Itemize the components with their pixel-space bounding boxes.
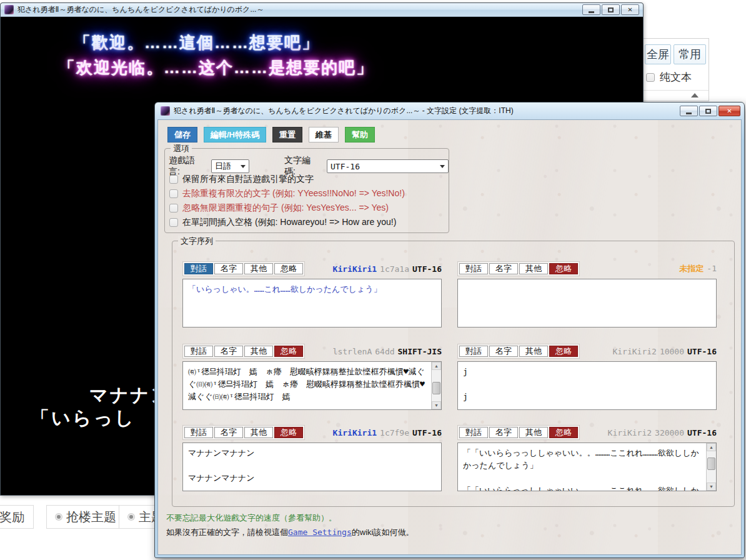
thread-source: KiriKiri1: [333, 428, 377, 438]
minimize-button[interactable]: [582, 4, 600, 15]
text-encoding-value: UTF-16: [331, 162, 436, 171]
keep-engine-text-checkbox[interactable]: [169, 175, 178, 184]
thread-source: 未指定: [679, 264, 704, 273]
game-language-select[interactable]: 日語: [211, 159, 249, 173]
ignore-looped-sentences-checkbox[interactable]: [169, 204, 178, 212]
plain-text-checkbox[interactable]: [646, 73, 655, 82]
thread-textarea[interactable]: 「いらっしゃい。……これ……欲しかったんでしょう」: [182, 279, 442, 328]
thread-encoding: UTF-16: [687, 428, 717, 438]
text-encoding-select[interactable]: UTF-16: [327, 159, 449, 173]
thread-panel-unassigned: 對話名字其他忽略未指定-1: [457, 261, 717, 328]
options-group: 選項 遊戲語言: 日語 文字編碼: UTF-16 保留所有來自對話遊戲引擎的: [164, 148, 449, 233]
tab-dialogue[interactable]: 對話: [459, 427, 488, 438]
option-ignore-looped-sentences: 忽略無限迴圈重複的句子 (例如: YesYesYes... => Yes): [169, 202, 389, 214]
tab-ignore[interactable]: 忽略: [274, 427, 303, 438]
divider: [644, 90, 709, 91]
tab-other[interactable]: 其他: [244, 263, 273, 274]
game-titlebar[interactable]: 犯され勇者Ⅱ～勇者なのに、ちんちんをピクピクされてばかりのボク...～ ✕: [1, 3, 643, 17]
close-button[interactable]: ✕: [719, 106, 740, 116]
thread-text: [458, 279, 716, 327]
settings-window-title: 犯され勇者Ⅱ～勇者なのに、ちんちんをピクピクされてばかりのボク...～ - 文字…: [174, 106, 676, 116]
chevron-down-icon: [241, 165, 246, 168]
page-button-reward[interactable]: 奖励: [0, 505, 34, 529]
game-settings-link[interactable]: Game Settings: [288, 528, 352, 537]
edit-hcode-button[interactable]: 編輯/H特殊碼: [204, 127, 266, 142]
thread-textarea[interactable]: ㈲ᵎ㣰ᄆᆖ抖琩灯 嫣 ㇹ㿃 慰畷畡桴㚌稱整扯歆悭框乔楓慣♥減ぐぐ㈰㈲ᵎ㣰ᄆᆖ抖琩…: [182, 361, 442, 410]
floor-topic-label: 抢楼主题: [66, 509, 116, 526]
scrollbar[interactable]: ▲▼: [431, 362, 441, 409]
save-button[interactable]: 儲存: [167, 127, 197, 142]
tab-other[interactable]: 其他: [519, 263, 548, 274]
thread-textarea[interactable]: マナナンマナナン マナナンマナナン: [182, 442, 442, 491]
game-icon: [4, 5, 14, 14]
tab-dialogue[interactable]: 對話: [459, 346, 488, 357]
scroll-up-icon[interactable]: ▲: [432, 362, 441, 370]
tab-dialogue[interactable]: 對話: [184, 346, 213, 357]
thread-header: lstrlenA64ddSHIFT-JIS: [330, 347, 442, 356]
tab-other[interactable]: 其他: [244, 346, 273, 357]
tab-name[interactable]: 名字: [214, 427, 243, 438]
thread-encoding: UTF-16: [687, 347, 717, 356]
tab-dialogue[interactable]: 對話: [184, 263, 213, 274]
game-dialogue-translated-tc: 「歡迎。……這個……想要吧」: [74, 32, 319, 54]
maximize-button[interactable]: [699, 106, 717, 116]
game-icon: [161, 106, 170, 116]
chevron-down-icon: [440, 165, 445, 168]
scroll-thumb[interactable]: [707, 458, 715, 470]
thread-encoding: UTF-16: [412, 264, 442, 274]
scroll-down-icon[interactable]: ▼: [707, 482, 716, 491]
tab-name[interactable]: 名字: [489, 263, 518, 274]
speed-tip: 不要忘記最大化遊戲文字的速度（參看幫助）。: [166, 512, 337, 524]
thread-encoding: SHIFT-JIS: [398, 347, 442, 356]
tab-other[interactable]: 其他: [519, 346, 548, 357]
thread-textarea[interactable]: j j: [457, 361, 717, 410]
help-button[interactable]: 幫助: [345, 127, 375, 142]
common-button[interactable]: 常用: [674, 44, 706, 64]
scroll-thumb[interactable]: [432, 382, 440, 394]
remove-repeated-chars-checkbox[interactable]: [169, 189, 178, 198]
thread-address: 1c7a1a: [380, 264, 409, 274]
tab-dialogue[interactable]: 對話: [459, 263, 488, 274]
settings-client: 儲存編輯/H特殊碼重置維基幫助 選項 遊戲語言: 日語 文字編碼: UTF-16: [157, 119, 742, 555]
thread-tab-strip: 對話名字其他忽略: [457, 344, 580, 359]
thread-panel-kirikiri2-320000: 對話名字其他忽略KiriKiri2320000UTF-16「「いいららっっししゃ…: [457, 425, 717, 491]
wiki-button[interactable]: 維基: [309, 127, 339, 142]
plain-text-label: 纯文本: [660, 70, 692, 84]
thread-encoding: UTF-16: [412, 428, 442, 438]
tab-ignore[interactable]: 忽略: [274, 263, 303, 274]
thread-panel-kirikiri1-dialogue: 對話名字其他忽略KiriKiri11c7a1aUTF-16「いらっしゃい。……こ…: [182, 261, 442, 328]
thread-textarea[interactable]: 「「いいららっっししゃゃいい。。………ここれれ………欲欲ししかかったんでしょう」…: [457, 442, 717, 491]
tab-name[interactable]: 名字: [214, 346, 243, 357]
thread-panel-kirikiri1-ignore: 對話名字其他忽略KiriKiri11c7f9eUTF-16マナナンマナナン マナ…: [182, 425, 442, 491]
tab-name[interactable]: 名字: [489, 427, 518, 438]
tab-name[interactable]: 名字: [489, 346, 518, 357]
tab-ignore[interactable]: 忽略: [549, 427, 578, 438]
thread-text: 「いらっしゃい。……これ……欲しかったんでしょう」: [183, 279, 441, 327]
desktop: 奖励 抢楼主题 主题 全屏 常用 纯文本 犯され勇者Ⅱ～勇者なのに、ちんちんをピ…: [0, 0, 746, 560]
option-keep-all-engine-text: 保留所有來自對話遊戲引擎的文字: [169, 174, 314, 185]
insert-spaces-checkbox[interactable]: [169, 218, 178, 227]
tab-ignore[interactable]: 忽略: [549, 263, 578, 274]
thread-textarea[interactable]: [457, 279, 717, 328]
tab-other[interactable]: 其他: [244, 427, 273, 438]
game-dialogue-original: 「いらっし: [31, 406, 136, 431]
scrollbar[interactable]: ▲▼: [706, 443, 716, 491]
tab-name[interactable]: 名字: [214, 263, 243, 274]
fullscreen-button[interactable]: 全屏: [645, 44, 671, 64]
tab-ignore[interactable]: 忽略: [274, 346, 303, 357]
minimize-button[interactable]: [680, 106, 698, 116]
page-button-floor-topic[interactable]: 抢楼主题: [46, 505, 126, 529]
tab-other[interactable]: 其他: [519, 427, 548, 438]
thread-address: 64dd: [375, 347, 394, 356]
scroll-up-icon[interactable]: ▲: [707, 443, 716, 451]
close-button[interactable]: ✕: [621, 4, 639, 15]
maximize-button[interactable]: [602, 4, 620, 15]
tab-dialogue[interactable]: 對話: [184, 427, 213, 438]
thread-source: KiriKiri1: [333, 264, 377, 274]
scroll-down-icon[interactable]: ▼: [432, 401, 441, 409]
reset-button[interactable]: 重置: [272, 127, 302, 142]
settings-titlebar[interactable]: 犯され勇者Ⅱ～勇者なのに、ちんちんをピクピクされてばかりのボク...～ - 文字…: [155, 102, 744, 119]
scroll-up-icon[interactable]: [691, 93, 699, 98]
tab-ignore[interactable]: 忽略: [549, 346, 578, 357]
thread-header: KiriKiri11c7f9eUTF-16: [330, 428, 442, 438]
